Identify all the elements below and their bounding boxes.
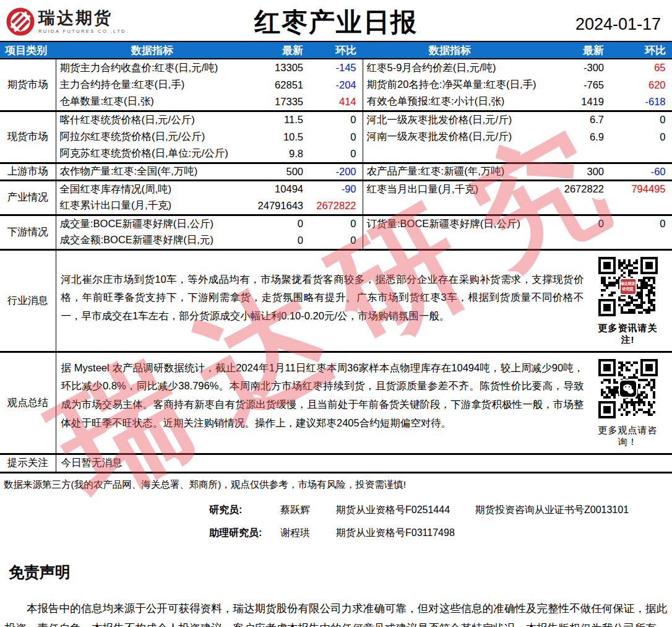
category-cell: 下游情况 (0, 215, 56, 249)
indicator-label: 红枣累计出口量(月,千克) (56, 197, 249, 215)
latest-value (537, 232, 610, 249)
delta-value: 414 (309, 93, 363, 111)
summary-qr-block: 更多观点请咨询！ (593, 353, 672, 453)
delta-value: 794495 (610, 180, 672, 197)
indicator-label: 有效仓单预报:红枣:小计(日,张) (363, 93, 537, 111)
col-header-delta-right: 环比 (610, 41, 672, 59)
disclaimer-text: 本报告中的信息均来源于公开可获得资料，瑞达期货股份有限公司力求准确可靠，但对这些… (5, 599, 667, 627)
category-cell: 上游市场 (0, 163, 56, 180)
researcher-cert2: 期货投资咨询从业证书号Z0013101 (475, 504, 629, 517)
delta-value: -204 (309, 76, 363, 93)
indicator-label: 农作物产量:红枣:全国(年,万吨) (56, 163, 249, 180)
delta-value: 0 (309, 111, 363, 128)
industry-news-text: 河北崔尔庄市场到货10车，等外成品均有，市场聚拢看货客商较多，据悉部分企业存在采… (56, 251, 593, 332)
indicator-label: 全国红枣库存情况(周,吨) (56, 180, 249, 197)
col-header-delta-left: 环比 (309, 41, 363, 59)
indicator-label: 期货主力合约收盘价:红枣(日,元/吨) (56, 59, 249, 76)
latest-value (537, 197, 610, 215)
category-cell: 期货市场 (0, 59, 56, 111)
latest-value: 9.8 (249, 145, 309, 163)
category-cell: 产业情况 (0, 180, 56, 215)
disclaimer-title: 免责声明 (9, 562, 672, 582)
category-cell: 观点总结 (0, 352, 56, 454)
table-row: 阿克苏红枣统货价格(日,单位:元/公斤) 9.8 0 (0, 145, 672, 163)
wechat-icon (619, 379, 637, 398)
indicator-label: 河南一级灰枣批发价格(日,元/斤) (363, 128, 537, 145)
researcher-name: 蔡跃辉 (280, 504, 336, 517)
delta-value: -90 (309, 180, 363, 197)
indicator-label: 订货量:BOCE新疆枣好牌(日,公斤) (363, 215, 537, 232)
table-row: 上游市场 农作物产量:红枣:全国(年,万吨) 500 -200 农产品产量:红枣… (0, 163, 672, 180)
table-row: 仓单数量:红枣(日,张) 17335 414 有效仓单预报:红枣:小计(日,张)… (0, 93, 672, 111)
col-header-category: 项目类别 (0, 41, 56, 59)
latest-value: 10.5 (249, 128, 309, 145)
category-cell: 行业消息 (0, 249, 56, 352)
latest-value: 10494 (249, 180, 309, 197)
researcher-label: 研究员: (209, 504, 280, 517)
latest-value: 6.7 (537, 111, 610, 128)
indicator-label: 红枣5-9月合约价差(日,元/吨) (363, 59, 537, 76)
assistant-cert1: 期货从业资格号F03117498 (336, 527, 475, 540)
delta-value: 0 (309, 128, 363, 145)
latest-value: 62851 (249, 76, 309, 93)
table-row: 红枣累计出口量(月,千克) 24791643 2672822 (0, 197, 672, 215)
indicator-label: 成交金额:BOCE新疆枣好牌(日,元) (56, 232, 249, 249)
delta-value: 620 (610, 76, 672, 93)
latest-value: 500 (249, 163, 309, 180)
indicator-label: 期货前20名持仓:净买单量:红枣(日,手) (363, 76, 537, 93)
qr-center-badge: 瑞达期货研究院 (619, 278, 637, 295)
latest-value: 6.9 (537, 128, 610, 145)
delta-value: -618 (610, 93, 672, 111)
news-qr-block: 瑞达期货研究院 更多资讯请关注! (593, 251, 672, 351)
category-cell: 提示关注 (0, 454, 56, 472)
indicator-label: 主力合约持仓量:红枣(日,手) (56, 76, 249, 93)
latest-value: 300 (537, 163, 610, 180)
section-industry-news: 行业消息 河北崔尔庄市场到货10车，等外成品均有，市场聚拢看货客商较多，据悉部分… (0, 249, 672, 352)
latest-value: 2672822 (537, 180, 610, 197)
category-cell: 现货市场 (0, 111, 56, 163)
latest-value: -765 (537, 76, 610, 93)
col-header-indicator-left: 数据指标 (56, 41, 249, 59)
table-row: 产业情况 全国红枣库存情况(周,吨) 10494 -90 红枣当月出口量(月,千… (0, 180, 672, 197)
table-header-row: 项目类别 数据指标 最新 环比 数据指标 最新 环比 (0, 41, 672, 59)
indicator-label: 农产品产量:红枣:新疆(年,万吨) (363, 163, 537, 180)
latest-value: 1419 (537, 93, 610, 111)
data-source-note: 数据来源第三方(我的农产品网、海关总署、郑商所)，观点仅供参考，市场有风险，投资… (0, 473, 672, 493)
assistant-name: 谢程珙 (280, 527, 336, 540)
col-header-latest-left: 最新 (249, 41, 309, 59)
latest-value: -300 (537, 59, 610, 76)
col-header-indicator-right: 数据指标 (363, 41, 537, 59)
delta-value: -60 (610, 163, 672, 180)
researchers-block: 研究员: 蔡跃辉 期货从业资格号F0251444 期货投资咨询从业证书号Z001… (209, 504, 672, 540)
latest-value: 0 (249, 232, 309, 249)
news-qr-caption: 更多资讯请关注! (593, 322, 663, 346)
delta-value: 0 (309, 145, 363, 163)
delta-value (610, 197, 672, 215)
summary-text: 据 Mysteel 农产品调研数据统计，截止2024年1月11日红枣本周36家样… (56, 353, 593, 439)
col-header-latest-right: 最新 (537, 41, 610, 59)
indicator-label: 阿克苏红枣统货价格(日,单位:元/公斤) (56, 145, 249, 163)
notice-text: 今日暂无消息 (56, 454, 672, 472)
table-row: 现货市场 喀什红枣统货价格(日,元/公斤) 11.5 0 河北一级灰枣批发价格(… (0, 111, 672, 128)
latest-value: 13305 (249, 59, 309, 76)
delta-value: 0 (610, 128, 672, 145)
delta-value: 0 (610, 111, 672, 128)
section-upstream-market: 上游市场 农作物产量:红枣:全国(年,万吨) 500 -200 农产品产量:红枣… (0, 163, 672, 180)
qr-code-news: 瑞达期货研究院 (598, 257, 658, 316)
delta-value: 0 (610, 215, 672, 232)
section-futures-market: 期货市场 期货主力合约收盘价:红枣(日,元/吨) 13305 -145 红枣5-… (0, 59, 672, 111)
section-downstream-status: 下游情况 成交量:BOCE新疆枣好牌(日,公斤) 0 0 订货量:BOCE新疆枣… (0, 215, 672, 249)
qr-code-summary (598, 359, 658, 418)
researcher-row: 研究员: 蔡跃辉 期货从业资格号F0251444 期货投资咨询从业证书号Z001… (209, 504, 672, 517)
latest-value: 17335 (249, 93, 309, 111)
table-row: 行业消息 河北崔尔庄市场到货10车，等外成品均有，市场聚拢看货客商较多，据悉部分… (0, 249, 672, 352)
indicator-label: 红枣当月出口量(月,千克) (363, 180, 537, 197)
latest-value: 11.5 (249, 111, 309, 128)
latest-value: 24791643 (249, 197, 309, 215)
indicator-label: 喀什红枣统货价格(日,元/公斤) (56, 111, 249, 128)
table-row: 阿拉尔红枣统货价格(日,元/公斤) 10.5 0 河南一级灰枣批发价格(日,元/… (0, 128, 672, 145)
section-notice: 提示关注 今日暂无消息 (0, 454, 672, 472)
section-spot-market: 现货市场 喀什红枣统货价格(日,元/公斤) 11.5 0 河北一级灰枣批发价格(… (0, 111, 672, 163)
latest-value (537, 145, 610, 163)
researcher-cert1: 期货从业资格号F0251444 (336, 504, 475, 517)
